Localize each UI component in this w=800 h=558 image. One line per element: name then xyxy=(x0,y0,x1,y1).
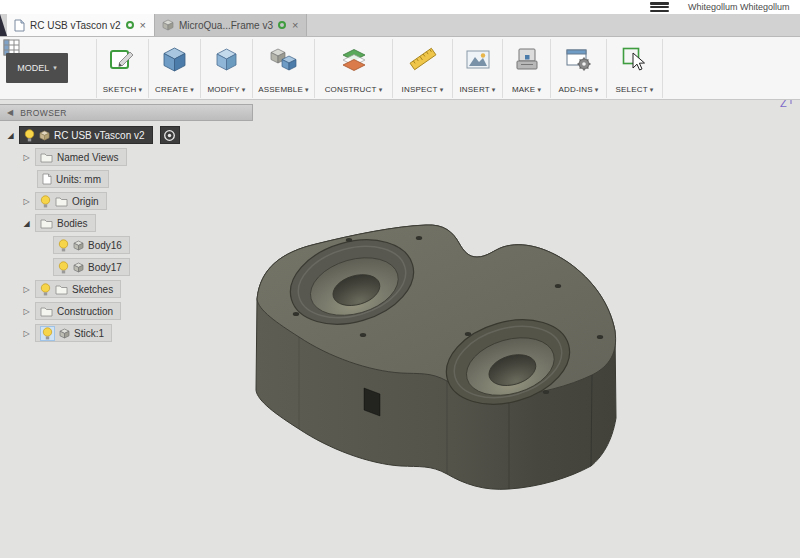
toolbar-group-select[interactable]: SELECT▾ xyxy=(607,39,663,98)
folder-icon xyxy=(55,284,68,295)
chevron-down-icon: ▾ xyxy=(537,86,541,94)
collapse-panel-icon[interactable]: ◀ xyxy=(7,108,13,117)
tree-item-chip[interactable]: Named Views xyxy=(35,148,127,166)
tab-label: MicroQua...Frame v3 xyxy=(179,20,273,31)
inspect-ruler-icon xyxy=(409,46,437,73)
tree-item-chip[interactable]: Body17 xyxy=(53,258,130,276)
make-printer-icon xyxy=(514,46,540,73)
tree-item-chip[interactable]: Sketches xyxy=(35,280,121,298)
design-cube-icon xyxy=(162,19,174,31)
folder-icon xyxy=(40,152,53,163)
component-cube-icon xyxy=(59,328,70,339)
tree-item-label: Body16 xyxy=(88,240,122,251)
expand-collapse-icon[interactable]: ▷ xyxy=(21,197,32,206)
assemble-icon xyxy=(269,46,299,73)
modify-icon xyxy=(213,46,240,73)
toolbar-group-insert[interactable]: INSERT▾ xyxy=(453,39,503,98)
tab-rc-usb-vtascon[interactable]: RC USB vTascon v2 × xyxy=(7,14,155,36)
browser-panel-header[interactable]: ◀ BROWSER xyxy=(0,104,253,121)
expand-collapse-icon[interactable]: ▷ xyxy=(21,329,32,338)
app-menu-icon[interactable] xyxy=(650,2,669,12)
tree-row-root-component[interactable]: ◢ RC USB vTascon v2 xyxy=(0,124,270,146)
toolbar-group-make[interactable]: MAKE▾ xyxy=(503,39,551,98)
toolbar-group-inspect[interactable]: INSPECT▾ xyxy=(393,39,453,98)
tree-row-sketches[interactable]: ▷ Sketches xyxy=(0,278,270,300)
tree-item-label: Units: mm xyxy=(56,174,101,185)
document-icon xyxy=(14,19,25,32)
group-label: SKETCH xyxy=(103,85,137,94)
tab-bar-wedge xyxy=(0,14,7,36)
tree-row-origin[interactable]: ▷ Origin xyxy=(0,190,270,212)
title-strip: Whitegollum Whitegollum xyxy=(0,0,800,14)
visibility-bulb-icon[interactable] xyxy=(40,195,51,208)
tab-label: RC USB vTascon v2 xyxy=(30,20,121,31)
tree-row-bodies[interactable]: ◢ Bodies xyxy=(0,212,270,234)
tree-row-named-views[interactable]: ▷ Named Views xyxy=(0,146,270,168)
group-label: SELECT xyxy=(615,85,647,94)
group-label: ADD-INS xyxy=(558,85,592,94)
group-label: CONSTRUCT xyxy=(325,85,377,94)
toolbar-group-assemble[interactable]: ASSEMBLE▾ xyxy=(253,39,315,98)
expand-collapse-icon[interactable]: ▷ xyxy=(21,307,32,316)
sketch-icon xyxy=(109,46,136,73)
tree-item-chip[interactable]: Bodies xyxy=(35,214,96,232)
folder-icon xyxy=(40,306,53,317)
chevron-down-icon: ▾ xyxy=(650,86,654,94)
visibility-bulb-icon[interactable] xyxy=(58,239,69,252)
unsaved-status-icon xyxy=(278,21,286,29)
visibility-bulb-icon[interactable] xyxy=(58,261,69,274)
toolbar-group-construct[interactable]: CONSTRUCT▾ xyxy=(315,39,393,98)
tree-item-label: Stick:1 xyxy=(74,328,104,339)
expand-collapse-icon[interactable]: ▷ xyxy=(21,285,32,294)
visibility-bulb-icon[interactable] xyxy=(24,129,35,142)
tree-row-units[interactable]: Units: mm xyxy=(0,168,270,190)
chevron-down-icon: ▾ xyxy=(492,86,496,94)
workspace-label: MODEL xyxy=(17,63,49,73)
chevron-down-icon: ▾ xyxy=(440,86,444,94)
tree-row-body17[interactable]: Body17 xyxy=(0,256,270,278)
expand-collapse-icon[interactable]: ▷ xyxy=(21,153,32,162)
expand-collapse-icon[interactable]: ◢ xyxy=(5,131,16,140)
expand-collapse-icon[interactable]: ◢ xyxy=(21,219,32,228)
toolbar-group-addins[interactable]: ADD-INS▾ xyxy=(551,39,607,98)
activate-component-radio[interactable] xyxy=(160,126,180,144)
insert-image-icon xyxy=(465,46,491,73)
addins-gear-icon xyxy=(565,46,592,73)
tree-item-chip[interactable]: Units: mm xyxy=(37,170,109,188)
body-cube-icon xyxy=(73,240,84,251)
tree-row-construction[interactable]: ▷ Construction xyxy=(0,300,270,322)
chevron-down-icon: ▾ xyxy=(305,86,309,94)
tree-row-stick[interactable]: ▷ Stick:1 xyxy=(0,322,270,344)
browser-panel-title: BROWSER xyxy=(20,108,67,118)
toolbar-group-modify[interactable]: MODIFY▾ xyxy=(201,39,253,98)
browser-tree: ◢ RC USB vTascon v2 ▷ xyxy=(0,124,270,344)
tree-item-chip[interactable]: Stick:1 xyxy=(35,324,112,342)
select-cursor-icon xyxy=(621,46,648,73)
toolbar-group-create[interactable]: CREATE▾ xyxy=(149,39,201,98)
chevron-down-icon: ▾ xyxy=(53,64,57,72)
visibility-bulb-highlight[interactable] xyxy=(40,326,55,341)
account-username[interactable]: Whitegollum Whitegollum xyxy=(688,2,790,12)
document-tab-bar: RC USB vTascon v2 × MicroQua...Frame v3 … xyxy=(0,14,800,37)
tab-close-icon[interactable]: × xyxy=(139,19,147,31)
visibility-bulb-icon[interactable] xyxy=(42,327,53,340)
tree-item-chip[interactable]: Origin xyxy=(35,192,107,210)
tree-item-chip[interactable]: Body16 xyxy=(53,236,130,254)
toolbar-group-sketch[interactable]: SKETCH▾ xyxy=(97,39,149,98)
tree-item-label: Body17 xyxy=(88,262,122,273)
tree-item-label: Origin xyxy=(72,196,99,207)
tree-item-label: Sketches xyxy=(72,284,113,295)
folder-icon xyxy=(55,196,68,207)
tab-close-icon[interactable]: × xyxy=(291,19,299,31)
workspace-switcher-button[interactable]: MODEL ▾ xyxy=(6,53,68,83)
folder-icon xyxy=(40,218,53,229)
root-component-chip[interactable]: RC USB vTascon v2 xyxy=(19,126,153,144)
visibility-bulb-icon[interactable] xyxy=(40,283,51,296)
tree-item-label: RC USB vTascon v2 xyxy=(54,130,145,141)
chevron-down-icon: ▾ xyxy=(379,86,383,94)
construct-icon xyxy=(339,46,369,73)
tree-item-label: Construction xyxy=(57,306,113,317)
tab-microquad-frame[interactable]: MicroQua...Frame v3 × xyxy=(155,14,307,36)
tree-item-chip[interactable]: Construction xyxy=(35,302,121,320)
tree-row-body16[interactable]: Body16 xyxy=(0,234,270,256)
